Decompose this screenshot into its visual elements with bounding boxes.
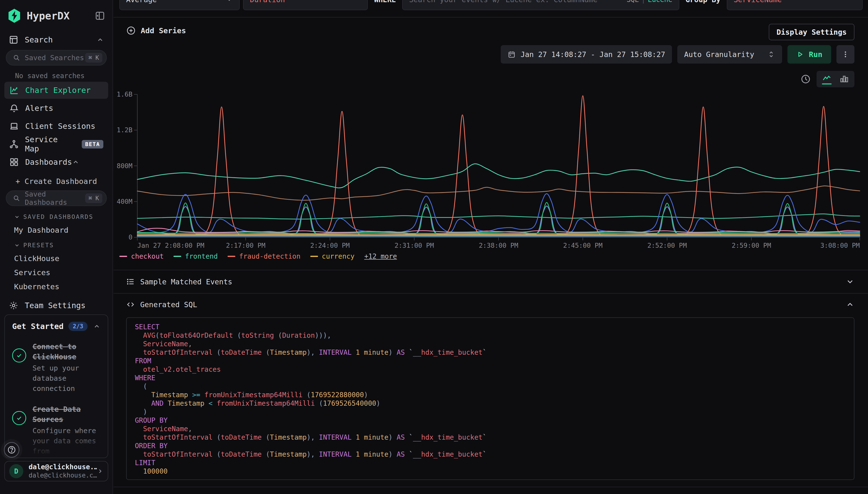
get-started-step-connect[interactable]: Connect to ClickHouse Set up your databa… [12,342,100,394]
sidebar-item-client-sessions[interactable]: Client Sessions [4,118,108,135]
date-range-picker[interactable]: Jan 27 14:08:27 - Jan 27 15:08:27 [501,45,672,63]
sidebar-item-kubernetes[interactable]: Kubernetes [0,277,113,291]
sidebar-item-dashboards[interactable]: Dashboards [4,154,108,171]
sidebar-item-team-settings[interactable]: Team Settings [0,298,113,313]
display-settings-label: Display Settings [776,28,847,36]
run-button[interactable]: Run [788,45,831,63]
help-button[interactable] [4,442,19,458]
create-dashboard-button[interactable]: + Create Dashboard [0,174,113,188]
display-settings-button[interactable]: Display Settings [769,24,854,40]
group-by-input[interactable]: ServiceName [727,0,863,10]
chart-y-axis-labels: 0400M800M1.2B1.6B [114,0,136,243]
sidebar-item-chart-explorer[interactable]: Chart Explorer [4,82,108,99]
divider [114,293,868,293]
sample-matched-events-section[interactable]: Sample Matched Events [126,274,854,290]
search-events-input[interactable]: Search your events w/ Lucene ex: ColumnN… [402,0,679,10]
x-axis-label: Jan 27 2:08:00 PM [137,242,204,249]
generated-sql-code[interactable]: SELECT AVG(toFloat64OrDefault (toString … [126,317,854,480]
group-by-label: Group By [683,0,724,4]
sidebar-item-service-map[interactable]: Service Map BETA [4,136,108,153]
legend-swatch [173,256,181,257]
sidebar-item-services[interactable]: Services [0,263,113,277]
dots-vertical-icon [841,50,850,58]
section-title: Generated SQL [140,300,197,309]
aggregation-select[interactable]: Average [119,0,240,10]
avatar: D [9,464,23,478]
chart-plot[interactable] [137,94,860,237]
get-started-step-sources[interactable]: Create Data Sources Configure where your… [12,404,100,456]
x-axis-label: 2:59:00 PM [732,242,771,249]
account-menu[interactable]: D dale@clickhouse.… dale@clickhouse.c… [4,461,108,481]
legend-item-frontend[interactable]: frontend [173,252,218,260]
search-icon [13,194,20,202]
search-placeholder: Search your events w/ Lucene ex: ColumnN… [409,0,598,4]
y-axis-label: 1.2B [117,126,133,134]
group-by-value: ServiceName [734,0,782,4]
step-title: Connect to ClickHouse [33,342,100,362]
legend-label: currency [322,252,355,260]
check-circle-icon [12,348,26,362]
sidebar-item-label: Client Sessions [25,121,95,131]
line-chart-mode-button[interactable] [822,74,832,84]
code-icon [126,300,135,309]
saved-searches-input[interactable]: Saved Searches ⌘ K [6,50,107,65]
saved-dashboards-placeholder: Saved Dashboards [25,190,85,207]
sidebar-collapse-icon[interactable] [95,11,105,21]
sql-toggle-label: SQL [626,0,639,4]
get-started-card: Get Started 2/3 Connect to ClickHouse Se… [4,315,108,458]
run-controls-row: Jan 27 14:08:27 - Jan 27 15:08:27 Auto G… [501,45,854,63]
legend-item-checkout[interactable]: checkout [119,252,164,260]
sidebar-item-my-dashboard[interactable]: My Dashboard [0,220,113,234]
granularity-value: Auto Granularity [684,50,754,59]
lucene-toggle-label: Lucene [648,0,672,4]
get-started-progress-badge: 2/3 [69,322,88,331]
play-icon [796,51,804,58]
sidebar-item-label: Dashboards [25,157,72,167]
more-options-button[interactable] [836,45,854,63]
date-range-value: Jan 27 14:08:27 - Jan 27 15:08:27 [521,50,665,59]
sql-line: SELECT [135,323,846,331]
legend-item-fraud-detection[interactable]: fraud-detection [228,252,301,260]
saved-dashboards-section-header[interactable]: SAVED DASHBOARDS [0,206,113,220]
legend-item-currency[interactable]: currency [310,252,355,260]
bar-chart-mode-button[interactable] [839,74,850,84]
list-icon [126,277,135,286]
sql-line: AVG(toFloat64OrDefault (toString (Durati… [135,331,846,340]
sql-line: ServiceName, [135,340,846,348]
laptop-icon [9,121,19,131]
sidebar: HyperDX Search Saved Searches ⌘ K No sav… [0,0,113,494]
logo-row: HyperDX [0,0,113,23]
granularity-select[interactable]: Auto Granularity [677,45,782,63]
x-axis-label: 2:24:00 PM [310,242,350,249]
chevron-up-icon[interactable] [93,323,100,330]
sidebar-item-clickhouse[interactable]: ClickHouse [0,249,113,263]
kbd-shortcut: ⌘ K [85,193,102,203]
chevron-down-icon [14,214,20,220]
chart-svg[interactable] [137,94,860,237]
sql-lucene-toggle[interactable]: SQL|Lucene [626,0,673,4]
generated-sql-section[interactable]: Generated SQL [126,297,854,312]
sidebar-item-alerts[interactable]: Alerts [4,100,108,117]
sql-line: WHERE [135,374,846,382]
presets-section-header[interactable]: PRESETS [0,234,113,249]
sidebar-item-label: Chart Explorer [25,86,91,95]
section-header-label: PRESETS [23,242,54,249]
sql-line: GROUP BY [135,416,846,424]
no-saved-searches-text: No saved searches [0,65,113,81]
legend-more-link[interactable]: +12 more [364,252,397,260]
where-label: WHERE [371,0,399,4]
line-chart-icon [822,74,832,83]
field-input[interactable]: Duration [243,0,368,10]
bar-chart-icon [840,74,849,83]
sql-line: toStartOfInterval (toDateTime (Timestamp… [135,433,846,442]
sql-line: LIMIT [135,459,846,467]
sql-line: ServiceName, [135,424,846,433]
clock-icon[interactable] [801,74,811,84]
account-email: dale@clickhouse.c… [28,471,97,479]
section-title: Sample Matched Events [140,278,232,286]
sql-line: AND Timestamp < fromUnixTimestamp64Milli… [135,399,846,407]
check-circle-icon [12,411,26,425]
chart-x-axis-labels: Jan 27 2:08:00 PM2:17:00 PM2:24:00 PM2:3… [137,242,860,251]
sidebar-item-search[interactable]: Search [0,32,113,48]
saved-dashboards-input[interactable]: Saved Dashboards ⌘ K [6,190,107,206]
